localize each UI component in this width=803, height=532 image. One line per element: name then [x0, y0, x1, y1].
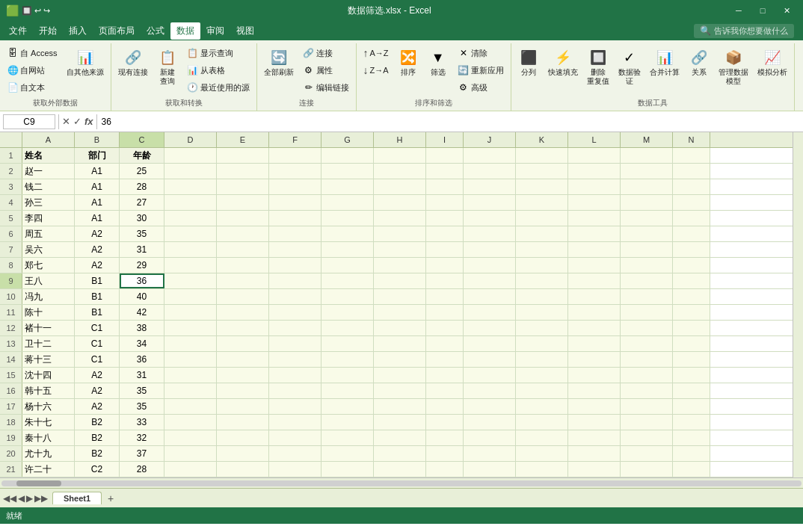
cell-empty[interactable]: [568, 446, 621, 461]
existing-connections-button[interactable]: 🔗 现有连接: [114, 45, 152, 79]
cell-empty[interactable]: [516, 430, 568, 445]
cell-empty[interactable]: [269, 258, 321, 273]
row-number[interactable]: 4: [0, 195, 22, 210]
cell-empty[interactable]: [673, 430, 710, 445]
other-sources-button[interactable]: 📊 自其他来源: [63, 45, 108, 79]
cell-empty[interactable]: [568, 336, 621, 351]
filter-button[interactable]: ▼ 筛选: [424, 45, 452, 79]
cell-b8[interactable]: A2: [75, 258, 120, 273]
cell-empty[interactable]: [516, 399, 568, 414]
cell-c21[interactable]: 28: [120, 462, 164, 477]
cell-empty[interactable]: [426, 383, 464, 398]
cell-c14[interactable]: 36: [120, 352, 164, 367]
cell-b7[interactable]: A2: [75, 242, 120, 257]
cell-empty[interactable]: [568, 179, 621, 194]
cell-empty[interactable]: [217, 305, 269, 320]
cell-empty[interactable]: [516, 383, 568, 398]
cell-empty[interactable]: [568, 352, 621, 367]
cell-empty[interactable]: [516, 446, 568, 461]
cell-empty[interactable]: [164, 321, 217, 335]
cell-a9[interactable]: 王八: [22, 273, 75, 288]
cell-empty[interactable]: [426, 430, 464, 445]
cell-b2[interactable]: A1: [75, 164, 120, 179]
cell-a6[interactable]: 周五: [22, 226, 75, 241]
cell-empty[interactable]: [464, 399, 516, 414]
cell-empty[interactable]: [269, 179, 321, 194]
cell-empty[interactable]: [621, 258, 673, 273]
properties-button[interactable]: ⚙ 属性: [299, 62, 353, 78]
cell-a7[interactable]: 吴六: [22, 242, 75, 257]
cell-b12[interactable]: C1: [75, 321, 120, 335]
cell-empty[interactable]: [464, 226, 516, 241]
cell-empty[interactable]: [321, 352, 374, 367]
row-number[interactable]: 21: [0, 462, 22, 477]
cell-empty[interactable]: [464, 383, 516, 398]
menu-review[interactable]: 审阅: [200, 22, 230, 40]
cell-empty[interactable]: [321, 336, 374, 351]
cell-empty[interactable]: [269, 305, 321, 320]
cell-empty[interactable]: [464, 368, 516, 383]
cell-a2[interactable]: 赵一: [22, 164, 75, 179]
clear-button[interactable]: ✕ 清除: [454, 45, 508, 61]
cell-empty[interactable]: [426, 273, 464, 288]
cell-empty[interactable]: [269, 352, 321, 367]
cell-c16[interactable]: 35: [120, 383, 164, 398]
cell-empty[interactable]: [621, 148, 673, 163]
cell-empty[interactable]: [426, 258, 464, 273]
cancel-formula-icon[interactable]: ✕: [62, 116, 70, 127]
col-header-c[interactable]: C: [120, 132, 164, 147]
cell-empty[interactable]: [516, 415, 568, 430]
cell-empty[interactable]: [164, 383, 217, 398]
advanced-button[interactable]: ⚙ 高级: [454, 79, 508, 96]
cell-empty[interactable]: [673, 164, 710, 179]
cell-empty[interactable]: [516, 148, 568, 163]
row-number[interactable]: 5: [0, 211, 22, 226]
cell-empty[interactable]: [217, 321, 269, 335]
cell-empty[interactable]: [321, 321, 374, 335]
cell-a13[interactable]: 卫十二: [22, 336, 75, 351]
cell-c11[interactable]: 42: [120, 305, 164, 320]
cell-empty[interactable]: [164, 289, 217, 304]
col-header-f[interactable]: F: [269, 132, 321, 147]
cell-empty[interactable]: [426, 305, 464, 320]
cell-c12[interactable]: 38: [120, 321, 164, 335]
cell-empty[interactable]: [568, 430, 621, 445]
row-number[interactable]: 17: [0, 399, 22, 414]
validate-button[interactable]: ✓ 数据验证: [615, 45, 644, 88]
cell-empty[interactable]: [568, 305, 621, 320]
tab-nav-left[interactable]: ◀◀: [3, 493, 16, 504]
cell-a12[interactable]: 褚十一: [22, 321, 75, 335]
row-number[interactable]: 11: [0, 305, 22, 320]
sort-desc-button[interactable]: ↓ Z→A: [360, 62, 393, 78]
formula-input[interactable]: [100, 115, 800, 129]
cell-empty[interactable]: [516, 242, 568, 257]
tab-nav-next[interactable]: ▶: [26, 493, 33, 504]
window-controls[interactable]: ─ □ ✕: [728, 3, 797, 18]
cell-empty[interactable]: [374, 211, 426, 226]
cell-empty[interactable]: [516, 195, 568, 210]
cell-empty[interactable]: [621, 336, 673, 351]
cell-a4[interactable]: 孙三: [22, 195, 75, 210]
cell-empty[interactable]: [217, 148, 269, 163]
cell-empty[interactable]: [269, 164, 321, 179]
cell-empty[interactable]: [374, 462, 426, 477]
cell-empty[interactable]: [217, 179, 269, 194]
from-table-button[interactable]: 📊 从表格: [183, 62, 253, 78]
cell-empty[interactable]: [217, 462, 269, 477]
cell-empty[interactable]: [164, 195, 217, 210]
col-header-n[interactable]: N: [673, 132, 710, 147]
cell-empty[interactable]: [164, 305, 217, 320]
cell-empty[interactable]: [516, 211, 568, 226]
col-header-l[interactable]: L: [568, 132, 621, 147]
cell-empty[interactable]: [673, 211, 710, 226]
cell-b13[interactable]: C1: [75, 336, 120, 351]
close-button[interactable]: ✕: [776, 3, 797, 18]
vertical-scrollbar[interactable]: [793, 132, 803, 477]
cell-empty[interactable]: [673, 383, 710, 398]
cell-empty[interactable]: [164, 462, 217, 477]
cell-empty[interactable]: [164, 258, 217, 273]
cell-empty[interactable]: [426, 179, 464, 194]
cell-empty[interactable]: [321, 164, 374, 179]
horizontal-scrollbar[interactable]: [0, 477, 803, 488]
cell-empty[interactable]: [673, 336, 710, 351]
